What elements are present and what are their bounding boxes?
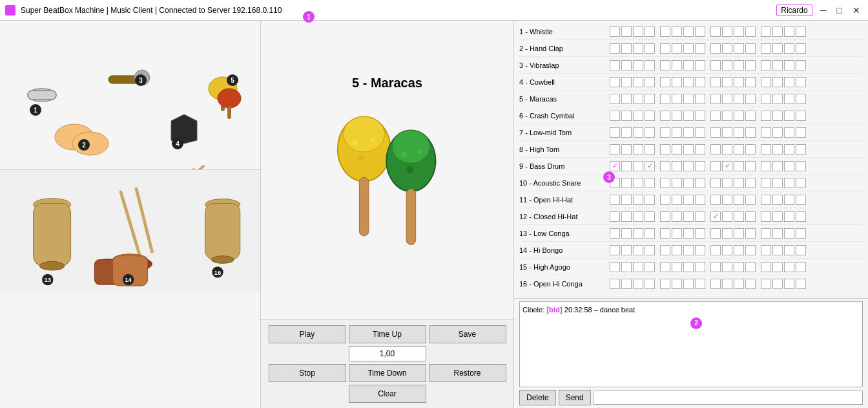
beat-checkbox[interactable]	[734, 161, 744, 171]
beat-checkbox[interactable]	[761, 178, 771, 188]
beat-checkbox[interactable]	[621, 144, 632, 155]
beat-checkbox[interactable]	[645, 195, 655, 205]
beat-checkbox[interactable]	[710, 43, 721, 54]
beat-checkbox[interactable]	[796, 43, 806, 54]
beat-checkbox[interactable]	[761, 245, 771, 255]
beat-checkbox[interactable]	[772, 211, 783, 222]
beat-checkbox[interactable]	[722, 279, 732, 289]
beat-checkbox[interactable]	[660, 211, 670, 222]
beat-checkbox[interactable]	[683, 262, 694, 272]
beat-checkbox[interactable]	[660, 27, 670, 37]
beat-checkbox[interactable]	[695, 211, 705, 222]
beat-checkbox[interactable]	[734, 279, 744, 289]
beat-checkbox[interactable]	[761, 144, 771, 155]
beat-checkbox[interactable]	[722, 195, 732, 205]
beat-checkbox[interactable]	[672, 111, 682, 121]
beat-checkbox[interactable]	[710, 245, 721, 255]
beat-checkbox[interactable]	[761, 94, 771, 104]
beat-checkbox[interactable]	[621, 161, 632, 171]
beat-checkbox[interactable]	[761, 127, 771, 138]
beat-checkbox[interactable]	[722, 77, 732, 87]
beat-checkbox[interactable]	[683, 27, 694, 37]
beat-checkbox[interactable]	[660, 245, 670, 255]
beat-checkbox[interactable]	[660, 43, 670, 54]
beat-checkbox[interactable]	[683, 43, 694, 54]
beat-checkbox[interactable]	[761, 60, 771, 70]
beat-checkbox[interactable]	[683, 60, 694, 70]
beat-checkbox[interactable]	[745, 211, 756, 222]
beat-checkbox[interactable]	[621, 228, 632, 239]
beat-checkbox[interactable]	[672, 228, 682, 239]
beat-checkbox[interactable]	[633, 161, 643, 171]
beat-checkbox[interactable]	[645, 178, 655, 188]
beat-checkbox[interactable]	[610, 211, 620, 222]
time-up-button[interactable]: Time Up	[349, 325, 426, 343]
beat-checkbox[interactable]	[621, 27, 632, 37]
beat-checkbox[interactable]	[745, 77, 756, 87]
send-button[interactable]: Send	[559, 390, 591, 405]
beat-checkbox[interactable]	[645, 228, 655, 239]
beat-checkbox[interactable]	[784, 77, 794, 87]
beat-checkbox[interactable]	[645, 279, 655, 289]
beat-checkbox[interactable]	[772, 279, 783, 289]
beat-checkbox[interactable]	[796, 262, 806, 272]
beat-checkbox[interactable]	[672, 94, 682, 104]
beat-checkbox[interactable]	[761, 262, 771, 272]
beat-checkbox[interactable]	[695, 77, 705, 87]
beat-checkbox[interactable]	[633, 127, 643, 138]
beat-checkbox[interactable]	[683, 111, 694, 121]
beat-checkbox[interactable]	[710, 60, 721, 70]
beat-checkbox[interactable]	[660, 127, 670, 138]
beat-checkbox[interactable]	[710, 262, 721, 272]
chat-input[interactable]	[594, 391, 863, 405]
beat-checkbox[interactable]	[710, 161, 721, 171]
beat-checkbox[interactable]	[633, 77, 643, 87]
beat-checkbox[interactable]	[796, 279, 806, 289]
beat-checkbox[interactable]	[621, 245, 632, 255]
beat-checkbox[interactable]	[695, 245, 705, 255]
beat-checkbox[interactable]	[695, 161, 705, 171]
beat-checkbox[interactable]	[633, 43, 643, 54]
beat-checkbox[interactable]	[710, 77, 721, 87]
beat-checkbox[interactable]	[672, 127, 682, 138]
beat-checkbox[interactable]	[772, 144, 783, 155]
beat-checkbox[interactable]	[772, 60, 783, 70]
beat-checkbox[interactable]	[610, 60, 620, 70]
beat-checkbox[interactable]	[695, 127, 705, 138]
beat-checkbox[interactable]	[683, 178, 694, 188]
beat-checkbox[interactable]	[660, 77, 670, 87]
beat-checkbox[interactable]	[784, 94, 794, 104]
beat-checkbox[interactable]	[610, 161, 620, 171]
beat-checkbox[interactable]	[722, 111, 732, 121]
save-button[interactable]: Save	[429, 325, 506, 343]
beat-checkbox[interactable]	[672, 27, 682, 37]
beat-checkbox[interactable]	[645, 111, 655, 121]
clear-button[interactable]: Clear	[349, 385, 426, 403]
beat-checkbox[interactable]	[745, 279, 756, 289]
beat-checkbox[interactable]	[645, 245, 655, 255]
beat-checkbox[interactable]	[745, 228, 756, 239]
beat-checkbox[interactable]	[722, 262, 732, 272]
beat-checkbox[interactable]	[645, 94, 655, 104]
beat-checkbox[interactable]	[796, 195, 806, 205]
beat-checkbox[interactable]	[610, 111, 620, 121]
beat-checkbox[interactable]	[672, 178, 682, 188]
beat-checkbox[interactable]	[683, 211, 694, 222]
beat-checkbox[interactable]	[621, 211, 632, 222]
beat-checkbox[interactable]	[734, 77, 744, 87]
beat-checkbox[interactable]	[660, 60, 670, 70]
beat-checkbox[interactable]	[734, 211, 744, 222]
beat-checkbox[interactable]	[710, 127, 721, 138]
play-button[interactable]: Play	[269, 325, 346, 343]
beat-checkbox[interactable]	[784, 27, 794, 37]
beat-checkbox[interactable]	[672, 211, 682, 222]
beat-checkbox[interactable]	[633, 195, 643, 205]
beat-checkbox[interactable]	[710, 178, 721, 188]
beat-checkbox[interactable]	[610, 144, 620, 155]
beat-checkbox[interactable]	[683, 195, 694, 205]
beat-checkbox[interactable]	[621, 60, 632, 70]
beat-checkbox[interactable]	[621, 279, 632, 289]
delete-button[interactable]: Delete	[519, 390, 556, 405]
beat-checkbox[interactable]	[734, 94, 744, 104]
beat-checkbox[interactable]	[784, 43, 794, 54]
